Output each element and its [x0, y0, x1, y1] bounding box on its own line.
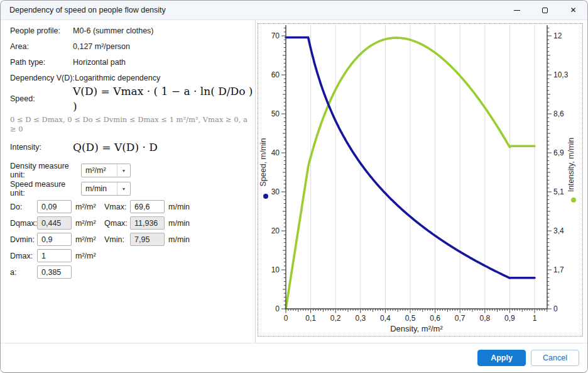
chevron-down-icon: ▼: [117, 182, 130, 195]
svg-text:0: 0: [275, 304, 280, 313]
svg-text:6,9: 6,9: [553, 148, 564, 157]
path-type-label: Path type:: [10, 57, 73, 67]
vmin-unit: m/min: [168, 235, 190, 244]
vmax-label: Vmax:: [104, 203, 130, 211]
svg-text:20: 20: [271, 226, 280, 235]
parameters-block: Do: m²/m² Vmax: m/min Dqmax: m²/m² Qmax:…: [10, 200, 255, 279]
svg-text:3,4: 3,4: [553, 226, 564, 235]
speed-label: Speed:: [10, 94, 73, 103]
dmax-unit: m²/m²: [75, 252, 103, 260]
do-unit: m²/m²: [75, 203, 103, 211]
people-profile-value: M0-6 (summer clothes): [73, 26, 154, 36]
svg-text:5,1: 5,1: [553, 187, 564, 196]
svg-text:40: 40: [271, 148, 280, 157]
svg-text:0,1: 0,1: [305, 314, 316, 323]
svg-text:0,6: 0,6: [430, 314, 440, 323]
path-type-value: Horizontal path: [73, 57, 126, 67]
minimize-button[interactable]: [503, 1, 531, 19]
a-label: a:: [10, 268, 37, 277]
people-profile-row: People profile: M0-6 (summer clothes): [10, 26, 255, 36]
svg-text:0,8: 0,8: [479, 314, 490, 323]
svg-text:0,4: 0,4: [380, 314, 391, 323]
dependency-row: Dependency V(D): Logarithmic dependency: [10, 73, 255, 83]
vmax-unit: m/min: [168, 203, 190, 211]
svg-text:70: 70: [271, 31, 280, 40]
dvmin-row: Dvmin: m²/m² Vmin: m/min: [10, 233, 255, 246]
window-title: Dependency of speed on people flow densi…: [1, 6, 503, 14]
dmax-row: Dmax: m²/m²: [10, 249, 255, 262]
dvmin-label: Dvmin:: [10, 235, 37, 244]
speed-unit-label: Speed measure unit:: [10, 180, 81, 198]
speed-formula: V(D) = Vmax · ( 1 − a · ln( D/Do ) ): [73, 84, 255, 114]
area-label: Area:: [10, 42, 73, 52]
do-label: Do:: [10, 203, 37, 211]
qmax-unit: m/min: [168, 219, 190, 228]
svg-text:10,3: 10,3: [553, 70, 569, 79]
titlebar: Dependency of speed on people flow densi…: [1, 1, 587, 19]
dmax-input[interactable]: [37, 249, 72, 262]
a-input[interactable]: [37, 265, 72, 279]
density-unit-select[interactable]: m²/m² ▼: [81, 164, 131, 177]
svg-text:60: 60: [271, 70, 280, 79]
maximize-button[interactable]: [531, 1, 559, 19]
dependency-label: Dependency V(D):: [10, 73, 75, 83]
dqmax-field: [37, 216, 72, 230]
svg-text:Density, m²/m²: Density, m²/m²: [390, 324, 443, 333]
vmin-field: [130, 233, 165, 246]
svg-text:10: 10: [271, 265, 280, 274]
do-input[interactable]: [37, 200, 72, 213]
svg-text:1: 1: [533, 314, 537, 323]
qmax-label: Qmax:: [104, 219, 130, 228]
do-row: Do: m²/m² Vmax: m/min: [10, 200, 255, 213]
area-value: 0,127 m²/person: [73, 42, 130, 52]
vmax-input[interactable]: [130, 200, 165, 213]
svg-text:0: 0: [284, 314, 288, 323]
svg-text:0,9: 0,9: [504, 314, 515, 323]
apply-button[interactable]: Apply: [477, 350, 526, 366]
area-row: Area: 0,127 m²/person: [10, 42, 255, 52]
svg-text:12: 12: [553, 31, 562, 40]
dvmin-input[interactable]: [37, 233, 72, 246]
svg-text:0,2: 0,2: [330, 314, 341, 323]
svg-text:Intensity, m/min: Intensity, m/min: [567, 138, 575, 192]
speed-unit-select[interactable]: m/min ▼: [81, 182, 131, 196]
svg-text:1,7: 1,7: [553, 265, 564, 274]
chart-svg: 01020304050607001,73,45,16,98,610,31200,…: [258, 24, 582, 336]
settings-panel: People profile: M0-6 (summer clothes) Ar…: [1, 20, 256, 343]
dvmin-unit: m²/m²: [75, 235, 103, 244]
a-row: a:: [10, 265, 255, 279]
chevron-down-icon: ▼: [117, 164, 130, 177]
dmax-label: Dmax:: [10, 252, 37, 260]
svg-text:0,3: 0,3: [355, 314, 366, 323]
density-unit-value: m²/m²: [82, 164, 117, 177]
intensity-formula: Q(D) = V(D) · D: [73, 140, 158, 155]
dqmax-unit: m²/m²: [75, 219, 103, 228]
minimize-icon: [514, 10, 520, 11]
dqmax-label: Dqmax:: [10, 219, 37, 228]
svg-text:0: 0: [553, 304, 558, 313]
speed-formula-row: Speed: V(D) = Vmax · ( 1 − a · ln( D/Do …: [10, 84, 255, 114]
maximize-icon: [542, 8, 548, 13]
qmax-field: [130, 216, 165, 230]
path-type-row: Path type: Horizontal path: [10, 57, 255, 67]
vmin-label: Vmin:: [104, 235, 130, 244]
close-button[interactable]: ✕: [559, 1, 587, 19]
intensity-label: Intensity:: [10, 143, 73, 152]
close-icon: ✕: [570, 6, 576, 14]
dialog-body: People profile: M0-6 (summer clothes) Ar…: [1, 19, 587, 343]
intensity-formula-row: Intensity: Q(D) = V(D) · D: [10, 140, 255, 155]
svg-text:0,5: 0,5: [405, 314, 416, 323]
svg-text:0,7: 0,7: [455, 314, 466, 323]
svg-text:Speed, m/min: Speed, m/min: [259, 138, 268, 186]
dialog-window: Dependency of speed on people flow densi…: [0, 0, 588, 373]
people-profile-label: People profile:: [10, 26, 73, 36]
svg-text:30: 30: [271, 187, 280, 196]
dialog-footer: Apply Cancel: [1, 343, 587, 372]
speed-unit-row: Speed measure unit: m/min ▼: [10, 182, 255, 196]
cancel-button[interactable]: Cancel: [531, 350, 579, 366]
svg-text:50: 50: [271, 109, 280, 118]
svg-text:8,6: 8,6: [553, 109, 564, 118]
speed-unit-value: m/min: [82, 182, 117, 195]
density-unit-row: Density measure unit: m²/m² ▼: [10, 164, 255, 177]
dqmax-row: Dqmax: m²/m² Qmax: m/min: [10, 216, 255, 230]
